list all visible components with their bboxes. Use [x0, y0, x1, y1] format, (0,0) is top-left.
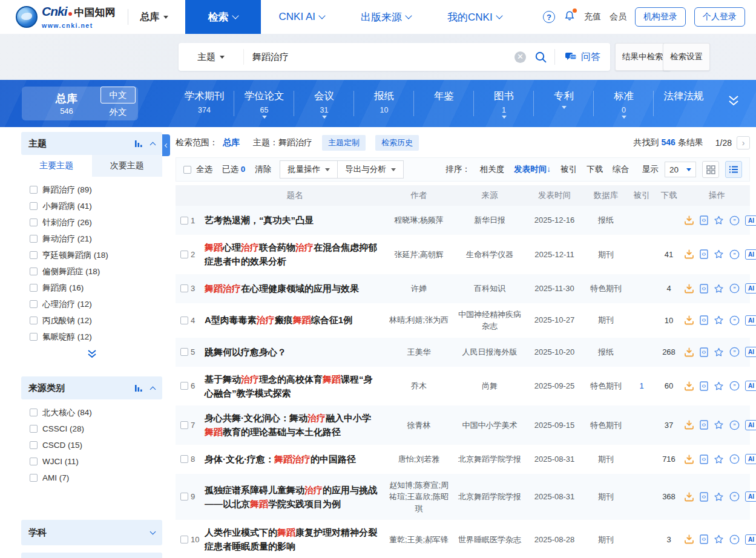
search-in-results-button[interactable]: 结果中检索 [615, 43, 671, 71]
sidebar-collapse-button[interactable] [162, 134, 170, 156]
result-title-link[interactable]: 跳舞何以疗愈身心？ [205, 345, 385, 359]
result-authors[interactable]: 董乾;王美;郝军锋 [385, 534, 453, 546]
result-title-link[interactable]: A型肉毒毒素治疗瘢痕舞蹈综合征1例 [205, 313, 385, 327]
ai-assistant-icon[interactable]: AI [745, 347, 756, 357]
html-read-icon[interactable] [700, 347, 708, 357]
ai-assistant-icon[interactable]: AI [745, 381, 756, 391]
filter-checkbox-item[interactable]: 舞动治疗 (21) [21, 231, 162, 247]
filter-checkbox-item[interactable]: AMI (7) [21, 470, 162, 486]
row-checkbox[interactable] [180, 536, 188, 543]
collapse-chevron-icon[interactable] [150, 386, 156, 392]
result-source-link[interactable]: 世界睡眠医学杂志 [453, 534, 527, 546]
download-icon[interactable] [684, 534, 694, 544]
download-icon[interactable] [684, 381, 694, 391]
filter-checkbox-item[interactable]: 北大核心 (84) [21, 404, 162, 421]
tab-publish-source[interactable]: 出版来源 [343, 0, 429, 34]
filter-checkbox-item[interactable]: 心理治疗 (12) [21, 296, 162, 312]
ai-assistant-icon[interactable]: AI [745, 215, 756, 226]
checkbox[interactable] [30, 333, 38, 341]
personal-login-button[interactable]: 个人登录 [694, 7, 745, 27]
row-checkbox[interactable] [180, 284, 188, 292]
scope-db-link[interactable]: 总库 [223, 137, 240, 148]
result-authors[interactable]: 张延芹;高朝辉 [385, 249, 453, 261]
db-category-tab[interactable]: 会议 31 [294, 88, 354, 119]
html-read-icon[interactable] [700, 215, 708, 225]
ai-assistant-icon[interactable]: AI [745, 454, 756, 464]
result-source-link[interactable]: 人民日报海外版 [453, 346, 527, 358]
ai-assistant-icon[interactable]: AI [745, 420, 756, 430]
tab-cnki-ai[interactable]: CNKI AI [261, 0, 343, 34]
filter-checkbox-item[interactable]: 氟哌啶醇 (12) [21, 329, 162, 345]
row-checkbox[interactable] [180, 348, 188, 356]
next-page-button[interactable]: › [737, 136, 750, 149]
html-read-icon[interactable] [700, 420, 708, 430]
clear-selection-button[interactable]: 清除 [255, 164, 271, 175]
result-title-link[interactable]: 舞蹈治疗在心理健康领域的应用与效果 [205, 281, 385, 295]
bar-chart-icon[interactable] [134, 384, 143, 392]
notification-bell-icon[interactable] [564, 10, 576, 24]
filter-checkbox-item[interactable]: WJCI (11) [21, 453, 162, 470]
result-authors[interactable]: 乔木 [385, 380, 453, 392]
result-title-link[interactable]: 孤独症谱系障碍儿童舞动治疗的应用与挑战——以北京舞蹈学院实践项目为例 [205, 483, 385, 511]
favorite-star-icon[interactable] [714, 249, 724, 259]
store-select[interactable]: 总库 [140, 11, 168, 24]
clear-icon[interactable]: ✕ [514, 51, 526, 63]
search-history-button[interactable]: 检索历史 [375, 135, 419, 151]
checkbox[interactable] [30, 284, 38, 292]
favorite-star-icon[interactable] [714, 455, 724, 464]
filter-checkbox-item[interactable]: 亨廷顿舞蹈病 (18) [21, 247, 162, 263]
result-authors[interactable]: 赵知博;陈赛宣;周祐瑄;王嘉欣;陈昭琪 [385, 479, 453, 515]
cited-count[interactable]: 1 [629, 381, 654, 390]
sort-option[interactable]: 被引 [560, 165, 577, 174]
html-read-icon[interactable] [700, 249, 708, 259]
ai-assistant-icon[interactable]: AI [745, 491, 756, 502]
expand-chevron-icon[interactable] [150, 529, 156, 535]
recharge-link[interactable]: 充值 [584, 11, 601, 22]
html-read-icon[interactable] [700, 492, 708, 502]
checkbox[interactable] [30, 186, 38, 194]
cite-quote-icon[interactable]: ” [729, 491, 740, 502]
favorite-star-icon[interactable] [714, 420, 724, 430]
download-icon[interactable] [684, 420, 694, 430]
result-title-link[interactable]: 舞蹈心理治疗联合药物治疗在混合焦虑抑郁症患者中的效果分析 [205, 240, 385, 269]
tab-my-cnki[interactable]: 我的CNKI [429, 0, 520, 34]
batch-actions-dropdown[interactable]: 批量操作 [280, 160, 338, 179]
download-icon[interactable] [684, 284, 694, 294]
db-category-tab[interactable]: 年鉴 [414, 88, 474, 119]
result-source-link[interactable]: 北京舞蹈学院学报 [453, 453, 527, 465]
member-link[interactable]: 会员 [610, 11, 626, 22]
search-field-select[interactable]: 主题 [179, 49, 244, 65]
ai-assistant-icon[interactable]: AI [745, 534, 756, 545]
db-category-tab[interactable]: 法律法规 [654, 88, 714, 119]
result-authors[interactable]: 许婵 [385, 283, 453, 295]
download-icon[interactable] [684, 347, 694, 357]
grid-view-button[interactable] [702, 161, 719, 178]
result-authors[interactable]: 徐青林 [385, 419, 453, 432]
html-read-icon[interactable] [700, 284, 708, 294]
list-view-button[interactable] [725, 161, 742, 178]
checkbox[interactable] [30, 251, 38, 259]
filter-checkbox-item[interactable]: 丙戊酸钠 (12) [21, 312, 162, 329]
cite-quote-icon[interactable]: ” [729, 249, 740, 260]
result-title-link[interactable]: 身体·文化·疗愈：舞蹈治疗的中国路径 [205, 452, 385, 466]
ai-assistant-icon[interactable]: AI [745, 283, 756, 294]
year-section-header[interactable]: 年度 时间↓ 文献量↓ [21, 553, 162, 558]
cite-quote-icon[interactable]: ” [729, 283, 740, 294]
result-source-link[interactable]: 北京舞蹈学院学报 [453, 491, 527, 503]
ai-assistant-icon[interactable]: AI [745, 249, 756, 260]
result-source-link[interactable]: 中国神经精神疾病杂志 [453, 309, 527, 332]
cite-quote-icon[interactable]: ” [729, 315, 740, 326]
collapse-chevron-icon[interactable] [150, 142, 156, 148]
row-checkbox[interactable] [180, 251, 188, 258]
checkbox[interactable] [30, 268, 38, 275]
bar-chart-icon[interactable] [134, 139, 143, 148]
html-read-icon[interactable] [700, 315, 708, 325]
checkbox[interactable] [30, 235, 38, 243]
source-section-header[interactable]: 来源类别 [21, 376, 162, 399]
help-icon[interactable]: ? [543, 11, 555, 23]
filter-checkbox-item[interactable]: 偏侧舞蹈症 (18) [21, 263, 162, 280]
result-source-link[interactable]: 新华日报 [453, 214, 527, 226]
checkbox[interactable] [30, 218, 38, 226]
checkbox[interactable] [30, 317, 38, 324]
favorite-star-icon[interactable] [714, 492, 724, 502]
